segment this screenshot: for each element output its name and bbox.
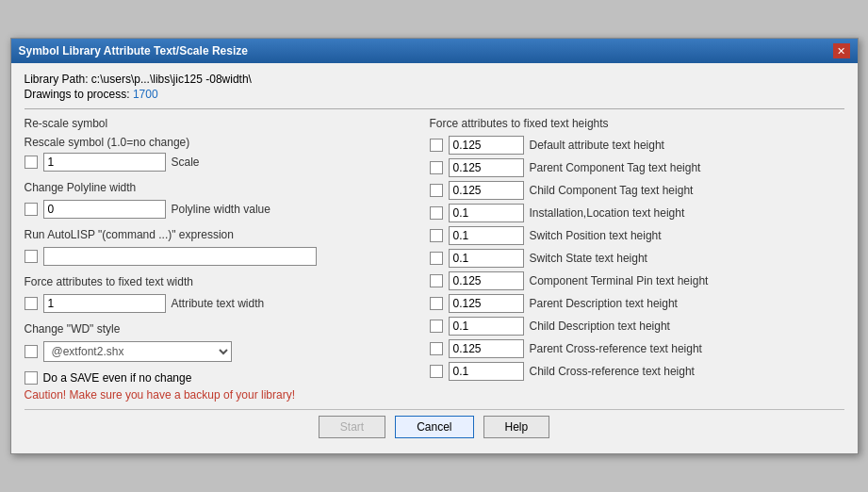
attr-checkbox-4[interactable]	[430, 229, 443, 242]
attr-label-1: Parent Component Tag text height	[530, 161, 701, 174]
caution-text: Caution! Make sure you have a backup of …	[25, 388, 411, 402]
attr-row: Child Component Tag text height	[430, 181, 844, 200]
main-window: Symbol Library Attribute Text/Scale Resi…	[10, 38, 859, 454]
attr-row: Child Description text height	[430, 317, 844, 336]
attr-row: Child Cross-reference text height	[430, 362, 844, 381]
titlebar: Symbol Library Attribute Text/Scale Resi…	[11, 39, 858, 63]
rescale-label: Rescale symbol (1.0=no change)	[25, 136, 411, 149]
attr-input-6[interactable]	[449, 271, 524, 290]
attr-row: Component Terminal Pin text height	[430, 271, 844, 290]
attr-checkbox-5[interactable]	[430, 252, 443, 265]
polyline-group: Change Polyline width Polyline width val…	[25, 181, 411, 219]
polyline-checkbox[interactable]	[25, 203, 38, 216]
attr-row: Installation,Location text height	[430, 204, 844, 222]
start-button[interactable]: Start	[319, 416, 385, 438]
attr-checkbox-10[interactable]	[430, 365, 443, 378]
attr-row: Parent Cross-reference text height	[430, 339, 844, 358]
save-checkbox[interactable]	[25, 371, 38, 385]
attr-label-0: Default attribute text height	[530, 139, 664, 152]
scale-label: Scale	[172, 156, 200, 169]
attr-checkbox-3[interactable]	[430, 206, 443, 220]
attr-label-9: Parent Cross-reference text height	[530, 342, 702, 355]
rescale-checkbox[interactable]	[25, 156, 38, 169]
wd-style-section-title: Change "WD" style	[25, 322, 411, 336]
force-width-checkbox[interactable]	[25, 297, 38, 310]
attr-input-5[interactable]	[449, 249, 524, 268]
attr-checkbox-7[interactable]	[430, 297, 443, 310]
attr-input-8[interactable]	[449, 317, 524, 336]
attr-input-1[interactable]	[449, 158, 524, 177]
rescale-group: Re-scale symbol Rescale symbol (1.0=no c…	[25, 117, 411, 172]
force-width-input[interactable]	[43, 294, 166, 313]
polyline-input[interactable]	[43, 200, 166, 219]
attr-input-2[interactable]	[449, 181, 524, 200]
force-width-group: Force attributes to fixed text width Att…	[25, 275, 411, 313]
save-label: Do a SAVE even if no change	[43, 371, 192, 385]
attr-label-5: Switch State text height	[530, 252, 647, 265]
attr-checkbox-1[interactable]	[430, 161, 443, 174]
polyline-label: Polyline width value	[172, 203, 270, 216]
drawings-row: Drawings to process: 1700	[25, 88, 844, 101]
attr-row: Parent Component Tag text height	[430, 158, 844, 177]
polyline-section-title: Change Polyline width	[25, 181, 411, 194]
cancel-button[interactable]: Cancel	[395, 416, 473, 438]
autolisp-input[interactable]	[43, 247, 317, 266]
attr-row: Parent Description text height	[430, 294, 844, 313]
attr-row: Default attribute text height	[430, 136, 844, 155]
attr-input-0[interactable]	[449, 136, 524, 155]
wd-style-checkbox[interactable]	[25, 345, 38, 358]
attr-checkbox-9[interactable]	[430, 342, 443, 355]
right-section-title: Force attributes to fixed text heights	[430, 117, 844, 130]
attr-checkbox-0[interactable]	[430, 139, 443, 152]
rescale-section-title: Re-scale symbol	[25, 117, 411, 130]
attr-label-8: Child Description text height	[530, 320, 670, 333]
library-path-text: Library Path: c:\users\p...\libs\jic125 …	[25, 73, 252, 86]
attr-label-4: Switch Position text height	[530, 229, 662, 242]
close-button[interactable]: ✕	[833, 43, 850, 58]
attr-input-7[interactable]	[449, 294, 524, 313]
drawings-count: 1700	[133, 88, 158, 101]
autolisp-group: Run AutoLISP "(command ...)" expression	[25, 228, 411, 266]
autolisp-section-title: Run AutoLISP "(command ...)" expression	[25, 228, 411, 241]
wd-style-group: Change "WD" style @extfont2.shx	[25, 322, 411, 362]
autolisp-checkbox[interactable]	[25, 250, 38, 263]
attr-checkbox-8[interactable]	[430, 320, 443, 333]
attr-input-9[interactable]	[449, 339, 524, 358]
attr-checkbox-2[interactable]	[430, 184, 443, 197]
window-title: Symbol Library Attribute Text/Scale Resi…	[19, 44, 248, 57]
attr-checkbox-6[interactable]	[430, 274, 443, 287]
force-width-section-title: Force attributes to fixed text width	[25, 275, 411, 288]
attr-row: Switch State text height	[430, 249, 844, 268]
help-button[interactable]: Help	[483, 416, 550, 438]
drawings-label: Drawings to process:	[25, 88, 130, 101]
attr-label-2: Child Component Tag text height	[530, 184, 694, 197]
library-path-row: Library Path: c:\users\p...\libs\jic125 …	[25, 73, 844, 86]
attr-row: Switch Position text height	[430, 226, 844, 245]
attr-input-3[interactable]	[449, 204, 524, 222]
attr-input-4[interactable]	[449, 226, 524, 245]
attr-label-6: Component Terminal Pin text height	[530, 274, 709, 287]
wd-style-dropdown[interactable]: @extfont2.shx	[43, 341, 232, 362]
rescale-input[interactable]	[43, 153, 166, 172]
attr-label-10: Child Cross-reference text height	[530, 365, 695, 378]
attr-text-width-label: Attribute text width	[172, 297, 265, 310]
attr-label-7: Parent Description text height	[530, 297, 678, 310]
attr-label-3: Installation,Location text height	[530, 206, 685, 220]
attr-input-10[interactable]	[449, 362, 524, 381]
button-row: Start Cancel Help	[25, 409, 844, 444]
